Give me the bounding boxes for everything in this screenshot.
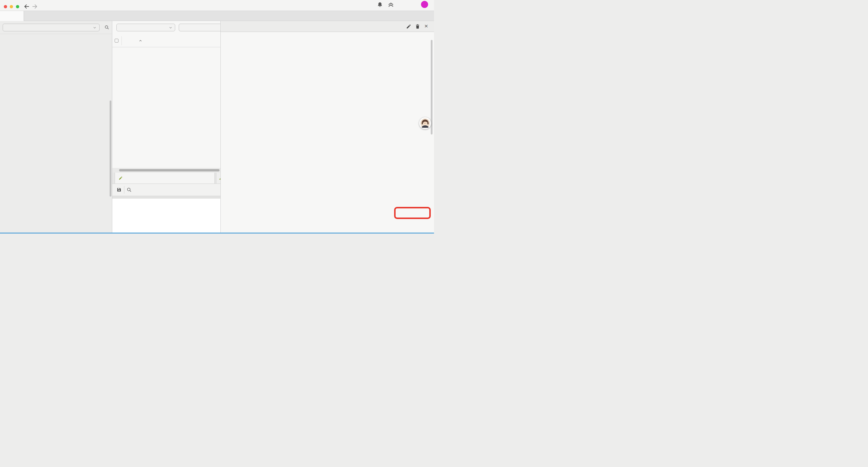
editor-tab-prometheusrule[interactable] <box>115 173 215 183</box>
editor-tab-strip <box>112 173 220 184</box>
editor-divider-band[interactable] <box>112 196 220 199</box>
scrollbar-thumb[interactable] <box>119 169 219 171</box>
forward-arrow-icon[interactable] <box>32 3 38 10</box>
pencil-icon <box>119 176 123 180</box>
editor-toolbar <box>112 184 220 196</box>
column-divider <box>121 36 122 45</box>
maximize-window-button[interactable] <box>16 5 19 8</box>
yaml-editor[interactable] <box>112 199 220 233</box>
detail-body <box>221 32 434 233</box>
tab-strip <box>0 11 434 21</box>
avatar[interactable] <box>419 117 431 129</box>
notification-badge[interactable] <box>421 1 428 8</box>
edit-pencil-icon[interactable] <box>406 24 411 29</box>
chevron-down-icon <box>93 26 97 30</box>
kubeconfig-select[interactable] <box>3 24 99 31</box>
namespace-filter-select[interactable] <box>116 24 175 31</box>
close-icon[interactable]: × <box>425 23 428 30</box>
window-titlebar <box>0 0 434 11</box>
minimize-window-button[interactable] <box>10 5 13 8</box>
sidebar-scrollbar[interactable] <box>110 100 112 197</box>
detail-scrollbar[interactable] <box>431 40 433 135</box>
tab-navigator[interactable] <box>0 11 24 21</box>
table-header <box>112 34 220 47</box>
sort-ascending-icon[interactable] <box>138 38 143 42</box>
app-window: × <box>0 0 434 233</box>
detail-header: × <box>221 21 434 32</box>
toolbar-divider <box>124 186 124 194</box>
service-detail-panel: × <box>221 21 434 233</box>
search-icon[interactable] <box>126 187 132 193</box>
select-all-checkbox[interactable] <box>115 39 119 42</box>
trash-icon[interactable] <box>415 24 421 29</box>
close-window-button[interactable] <box>4 5 7 8</box>
upgrade-icon[interactable] <box>388 2 394 8</box>
window-bottom-accent <box>0 233 434 233</box>
forward-button-highlight <box>394 207 431 219</box>
resource-tree <box>0 34 112 233</box>
navigator-sidebar <box>0 21 112 233</box>
save-icon[interactable] <box>116 187 122 193</box>
table-horizontal-scrollbar[interactable] <box>112 168 220 173</box>
resource-search-input[interactable] <box>179 24 221 31</box>
editor-tab-partial[interactable] <box>216 173 221 183</box>
resource-list-panel <box>112 21 221 233</box>
chevron-down-icon <box>169 26 173 30</box>
search-icon[interactable] <box>104 25 109 30</box>
bell-icon[interactable] <box>377 2 383 8</box>
back-arrow-icon[interactable] <box>23 3 30 10</box>
